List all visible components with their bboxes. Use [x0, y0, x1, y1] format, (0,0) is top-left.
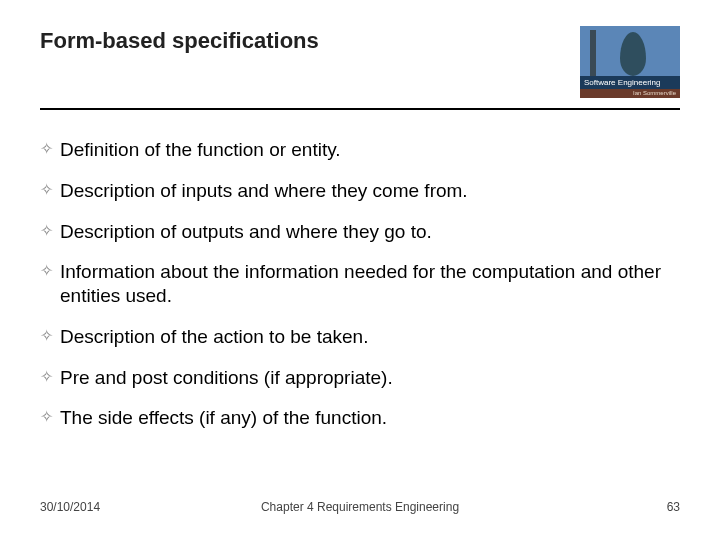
bullet-icon: ✧: [40, 407, 60, 427]
bullet-icon: ✧: [40, 139, 60, 159]
list-item: ✧ Pre and post conditions (if appropriat…: [40, 366, 680, 390]
bullet-icon: ✧: [40, 261, 60, 281]
list-item: ✧ Information about the information need…: [40, 260, 680, 308]
list-item-text: The side effects (if any) of the functio…: [60, 406, 680, 430]
footer-chapter: Chapter 4 Requirements Engineering: [40, 500, 680, 514]
book-cover-thumbnail: Software Engineering Ian Sommerville: [580, 26, 680, 98]
list-item: ✧ The side effects (if any) of the funct…: [40, 406, 680, 430]
list-item-text: Description of outputs and where they go…: [60, 220, 680, 244]
header-divider: [40, 108, 680, 110]
bullet-icon: ✧: [40, 367, 60, 387]
bullet-icon: ✧: [40, 326, 60, 346]
thumbnail-building-shape: [620, 32, 646, 76]
list-item: ✧ Description of the action to be taken.: [40, 325, 680, 349]
slide: Form-based specifications Software Engin…: [0, 0, 720, 540]
list-item-text: Definition of the function or entity.: [60, 138, 680, 162]
list-item-text: Description of the action to be taken.: [60, 325, 680, 349]
list-item-text: Description of inputs and where they com…: [60, 179, 680, 203]
list-item: ✧ Definition of the function or entity.: [40, 138, 680, 162]
slide-footer: 30/10/2014 Chapter 4 Requirements Engine…: [40, 500, 680, 514]
list-item-text: Information about the information needed…: [60, 260, 680, 308]
bullet-icon: ✧: [40, 180, 60, 200]
bullet-icon: ✧: [40, 221, 60, 241]
list-item: ✧ Description of inputs and where they c…: [40, 179, 680, 203]
bullet-list: ✧ Definition of the function or entity. …: [40, 138, 680, 447]
thumbnail-author-bar: Ian Sommerville: [580, 89, 680, 98]
list-item-text: Pre and post conditions (if appropriate)…: [60, 366, 680, 390]
list-item: ✧ Description of outputs and where they …: [40, 220, 680, 244]
thumbnail-tower-shape: [590, 30, 596, 78]
